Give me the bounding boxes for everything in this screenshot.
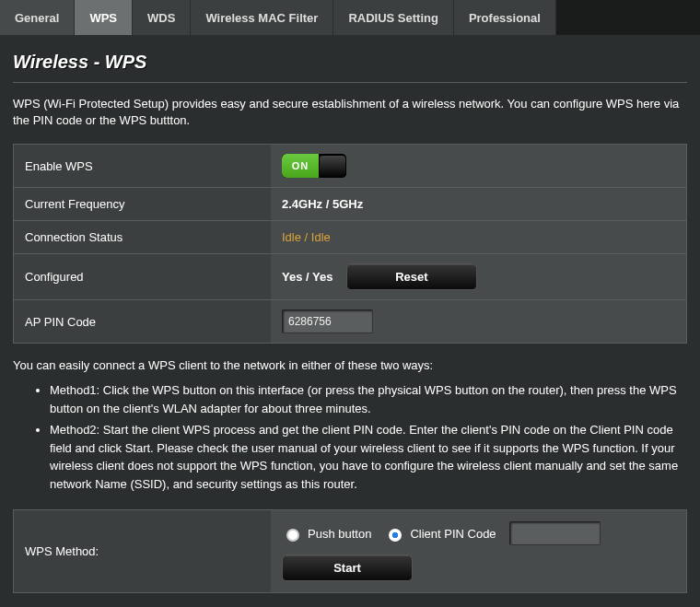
- tab-wds[interactable]: WDS: [133, 0, 191, 35]
- wps-method-table: WPS Method: Push button Client PIN Code …: [13, 509, 687, 593]
- tab-professional[interactable]: Professional: [454, 0, 556, 35]
- label-enable-wps: Enable WPS: [14, 145, 272, 188]
- tab-bar: General WPS WDS Wireless MAC Filter RADI…: [0, 0, 700, 35]
- label-current-frequency: Current Frequency: [14, 188, 272, 221]
- ap-pin-code-input[interactable]: [282, 309, 373, 333]
- push-button-option[interactable]: Push button: [282, 526, 371, 542]
- client-pin-label: Client PIN Code: [410, 527, 496, 541]
- enable-wps-toggle[interactable]: ON: [282, 154, 346, 178]
- row-connection-status: Connection Status Idle / Idle: [14, 221, 687, 254]
- toggle-knob: [319, 155, 346, 178]
- title-divider: [13, 82, 687, 83]
- method-2: Method2: Start the client WPS process an…: [50, 421, 687, 493]
- push-button-label: Push button: [308, 527, 371, 541]
- client-pin-input[interactable]: [509, 521, 601, 545]
- value-configured: Yes / Yes: [282, 270, 332, 284]
- method-1: Method1: Click the WPS button on this in…: [50, 381, 687, 417]
- reset-button[interactable]: Reset: [346, 263, 477, 290]
- settings-table: Enable WPS ON Current Frequency 2.4GHz /…: [13, 144, 687, 344]
- toggle-on-label: ON: [282, 154, 319, 178]
- page-description: WPS (Wi-Fi Protected Setup) provides eas…: [13, 96, 687, 129]
- client-pin-option[interactable]: Client PIN Code: [384, 526, 496, 542]
- row-ap-pin-code: AP PIN Code: [14, 300, 687, 344]
- label-configured: Configured: [14, 254, 272, 300]
- row-wps-method: WPS Method: Push button Client PIN Code …: [14, 510, 687, 593]
- row-configured: Configured Yes / Yes Reset: [14, 254, 687, 300]
- content-area: Wireless - WPS WPS (Wi-Fi Protected Setu…: [0, 35, 700, 607]
- start-button[interactable]: Start: [282, 554, 413, 581]
- help-intro: You can easily connect a WPS client to t…: [13, 358, 687, 372]
- client-pin-radio[interactable]: [389, 529, 402, 542]
- value-current-frequency: 2.4GHz / 5GHz: [271, 188, 687, 221]
- row-current-frequency: Current Frequency 2.4GHz / 5GHz: [14, 188, 687, 221]
- wps-method-options: Push button Client PIN Code: [282, 521, 675, 545]
- label-ap-pin-code: AP PIN Code: [14, 300, 272, 344]
- label-connection-status: Connection Status: [14, 221, 272, 254]
- tab-radius-setting[interactable]: RADIUS Setting: [333, 0, 454, 35]
- tab-wps[interactable]: WPS: [75, 0, 133, 35]
- methods-list: Method1: Click the WPS button on this in…: [13, 381, 687, 493]
- tab-wireless-mac-filter[interactable]: Wireless MAC Filter: [191, 0, 333, 35]
- label-wps-method: WPS Method:: [14, 510, 272, 593]
- value-connection-status: Idle / Idle: [282, 230, 331, 244]
- page-title: Wireless - WPS: [13, 52, 687, 73]
- tab-general[interactable]: General: [0, 0, 75, 35]
- push-button-radio[interactable]: [286, 529, 299, 542]
- row-enable-wps: Enable WPS ON: [14, 145, 687, 188]
